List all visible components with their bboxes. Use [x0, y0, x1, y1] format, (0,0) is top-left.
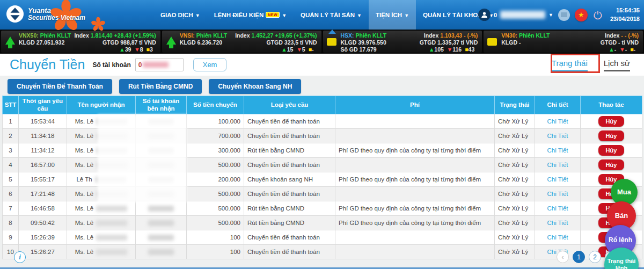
up-arrow-icon	[166, 37, 176, 45]
cell-time: 17:21:48	[19, 187, 67, 201]
cell-fee	[335, 230, 495, 245]
tab-bar: Trạng thái Lịch sử	[552, 59, 630, 71]
tab-status[interactable]: Trạng thái	[552, 59, 588, 71]
transfer-table-wrap: STT Thời gian yêu cầu Tên người nhận Số …	[2, 96, 642, 259]
cell-amount: 100.000	[187, 114, 244, 129]
cell-recipient-name: Ms. Lê	[67, 114, 136, 129]
pagination-page-2[interactable]: 2	[589, 251, 601, 263]
user-area: 0 ▼ ★ 15:54:35 23/04/2018	[478, 0, 640, 30]
transfer-bank-button[interactable]: Chuyển Khoản Sang NH	[209, 79, 301, 94]
redacted-name	[96, 206, 127, 212]
market-ticker-bar: VNX50: Phiên KLLT Index 1.814,40 +28,43 …	[0, 30, 644, 54]
yuanta-logo-icon	[6, 5, 24, 23]
cell-request-type: Chuyển tiền để thanh toán	[244, 230, 335, 245]
table-row: 4 16:57:00 Ms. Lê 500.000 Chuyển tiền để…	[3, 158, 642, 172]
pagination-page-1[interactable]: 1	[573, 251, 585, 263]
withdraw-cmnd-button[interactable]: Rút Tiền Bằng CMND	[119, 79, 202, 94]
cell-status: Chờ Xử Lý	[495, 143, 535, 158]
cell-time: 11:34:12	[19, 143, 67, 158]
header-fee: Phí	[335, 96, 495, 114]
logout-icon[interactable]	[592, 10, 603, 20]
detail-link[interactable]: Chi Tiết	[547, 147, 568, 154]
cell-amount: 500.000	[187, 187, 244, 201]
cell-time: 11:34:18	[19, 129, 67, 143]
redacted-name	[96, 133, 127, 139]
cell-recipient-name: Ms. Lê	[67, 201, 136, 216]
table-row: 7 16:46:58 Ms. Lê 500.000 Rút tiền bằng …	[3, 201, 642, 216]
detail-link[interactable]: Chi Tiết	[547, 162, 568, 168]
header-request-type: Loại yêu cầu	[244, 96, 335, 114]
cell-request-type: Rút tiền bằng CMND	[244, 216, 335, 230]
cell-stt: 2	[3, 129, 19, 143]
detail-link[interactable]: Chi Tiết	[547, 220, 568, 226]
detail-link[interactable]: Chi Tiết	[547, 176, 568, 183]
cancel-button[interactable]: Hủy	[598, 159, 625, 170]
language-vi-flag-icon[interactable]: ★	[575, 9, 588, 21]
cell-stt: 7	[3, 201, 19, 216]
cell-recipient-name: Ms. Lê	[67, 158, 136, 172]
cell-amount: 100	[187, 245, 244, 259]
cancel-button[interactable]: Hủy	[598, 116, 625, 127]
redacted-account	[148, 133, 174, 139]
user-avatar-icon	[478, 9, 491, 21]
cell-status: Chờ Xử Lý	[495, 230, 535, 245]
cell-stt: 8	[3, 216, 19, 230]
pagination-prev[interactable]: ‹	[557, 251, 569, 263]
cell-recipient-account	[136, 230, 187, 245]
detail-link[interactable]: Chi Tiết	[547, 133, 568, 139]
detail-link[interactable]: Chi Tiết	[547, 234, 568, 241]
menu-item-tiện-ích[interactable]: TIỆN ÍCH ▼	[369, 0, 416, 30]
transfer-payment-button[interactable]: Chuyển Tiền Để Thanh Toán	[8, 79, 112, 94]
ticker-panel-hsx: HSX: Phiên KLLT Index 1.103,43 - (-%) KL…	[323, 31, 482, 53]
cell-recipient-name: Ms. Lê	[67, 129, 136, 143]
table-row: 3 11:34:12 Ms. Lê 300.000 Rút tiền bằng …	[3, 143, 642, 158]
redacted-account	[148, 148, 174, 154]
detail-link[interactable]: Chi Tiết	[547, 118, 568, 125]
header-stt: STT	[3, 96, 19, 114]
menu-item-quản-lý-tài-sản[interactable]: QUẢN LÝ TÀI SẢN ▼	[294, 0, 369, 30]
view-button[interactable]: Xem	[193, 58, 227, 71]
tab-history[interactable]: Lịch sử	[604, 59, 630, 71]
cell-amount: 700.000	[187, 129, 244, 143]
cell-fee	[335, 129, 495, 143]
cell-fee: Phí GD theo quy định của công ty tại từn…	[335, 216, 495, 230]
cell-stt: 1	[3, 114, 19, 129]
cell-stt: 4	[3, 158, 19, 172]
cell-amount: 500.000	[187, 201, 244, 216]
cell-recipient-account	[136, 143, 187, 158]
cell-amount: 100	[187, 230, 244, 245]
redacted-account-number	[143, 62, 169, 68]
cell-time: 15:26:27	[19, 245, 67, 259]
account-number-input[interactable]: 0	[135, 58, 184, 71]
cell-status: Chờ Xử Lý	[495, 201, 535, 216]
cell-amount: 500.000	[187, 216, 244, 230]
info-icon[interactable]: i	[14, 251, 26, 263]
menu-item-lệnh-điều-kiện[interactable]: LỆNH ĐIỀU KIỆN NEW ▼	[207, 0, 294, 30]
language-en-icon[interactable]	[558, 9, 570, 21]
user-account-dropdown[interactable]: 0 ▼	[478, 9, 553, 21]
cancel-button[interactable]: Hủy	[598, 130, 625, 141]
page-title: Chuyển Tiền	[10, 57, 85, 72]
detail-link[interactable]: Chi Tiết	[547, 191, 568, 197]
redacted-name	[96, 220, 127, 226]
redacted-name	[96, 249, 127, 255]
redacted-name	[96, 235, 127, 241]
reference-square-icon	[327, 38, 336, 46]
menu-item-giao-dịch[interactable]: GIAO DỊCH ▼	[153, 0, 207, 30]
redacted-account	[148, 119, 174, 125]
cell-request-type: Rút tiền bằng CMND	[244, 201, 335, 216]
header-status: Trạng thái	[495, 96, 535, 114]
brand-logo[interactable]: Yuanta Securities Vietnam	[6, 5, 85, 23]
cell-status: Chờ Xử Lý	[495, 245, 535, 259]
cell-status: Chờ Xử Lý	[495, 114, 535, 129]
ticker-panel-vn30: VN30: Phiên KLLT Index - - (-%) KLGD - G…	[484, 31, 643, 53]
cancel-button[interactable]: Hủy	[598, 145, 625, 156]
cell-status: Chờ Xử Lý	[495, 158, 535, 172]
cell-fee	[335, 158, 495, 172]
table-row: 6 17:21:48 Ms. Lê 500.000 Chuyển tiền để…	[3, 187, 642, 201]
redacted-account	[148, 206, 174, 212]
cell-recipient-account	[136, 129, 187, 143]
top-nav: Yuanta Securities Vietnam GIAO DỊCH ▼ LỆ…	[0, 0, 644, 30]
reference-square-icon	[487, 38, 497, 46]
detail-link[interactable]: Chi Tiết	[547, 205, 568, 212]
